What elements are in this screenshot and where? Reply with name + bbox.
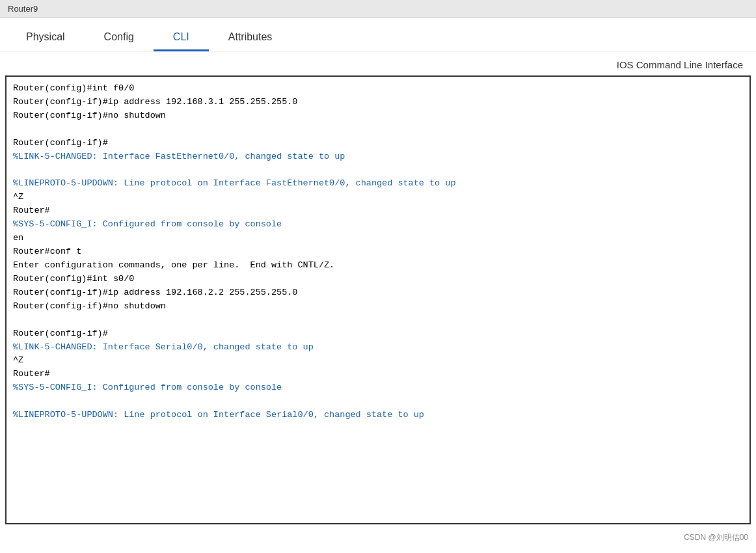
title-bar: Router9 — [0, 0, 756, 18]
cli-line: %SYS-5-CONFIG_I: Configured from console… — [13, 381, 743, 395]
ios-header-label: IOS Command Line Interface — [617, 59, 743, 70]
cli-line: %LINK-5-CHANGED: Interface Serial0/0, ch… — [13, 341, 743, 355]
cli-line: Router(config)#int f0/0 — [13, 82, 743, 96]
cli-line: ^Z — [13, 354, 743, 368]
cli-line: %SYS-5-CONFIG_I: Configured from console… — [13, 218, 743, 232]
cli-line — [13, 395, 743, 409]
cli-line: Router(config-if)#no shutdown — [13, 109, 743, 123]
cli-line — [13, 164, 743, 178]
cli-line: Router# — [13, 204, 743, 218]
ios-command-header: IOS Command Line Interface — [0, 51, 756, 75]
cli-line: ^Z — [13, 191, 743, 204]
watermark: CSDN @刘明佶00 — [0, 530, 756, 546]
tab-attributes[interactable]: Attributes — [209, 25, 292, 51]
window-title: Router9 — [8, 4, 38, 14]
cli-line: Enter configuration commands, one per li… — [13, 259, 743, 273]
cli-line: Router(config-if)#no shutdown — [13, 300, 743, 314]
cli-line: Router#conf t — [13, 245, 743, 259]
cli-line: en — [13, 232, 743, 245]
cli-line — [13, 314, 743, 327]
cli-line: Router# — [13, 368, 743, 381]
cli-terminal[interactable]: Router(config)#int f0/0Router(config-if)… — [5, 75, 751, 524]
main-window: Router9 Physical Config CLI Attributes I… — [0, 0, 756, 553]
tab-config[interactable]: Config — [85, 25, 154, 51]
cli-line: Router(config-if)#ip address 192.168.3.1… — [13, 96, 743, 109]
tab-cli[interactable]: CLI — [154, 25, 209, 51]
tab-bar: Physical Config CLI Attributes — [0, 18, 756, 51]
tab-physical[interactable]: Physical — [7, 25, 85, 51]
cli-line: Router(config)#int s0/0 — [13, 273, 743, 286]
cli-line — [13, 123, 743, 137]
cli-line: %LINEPROTO-5-UPDOWN: Line protocol on In… — [13, 409, 743, 422]
cli-line: Router(config-if)#ip address 192.168.2.2… — [13, 286, 743, 300]
cli-line: Router(config-if)# — [13, 137, 743, 150]
cli-line: Router(config-if)# — [13, 327, 743, 341]
cli-line: %LINEPROTO-5-UPDOWN: Line protocol on In… — [13, 177, 743, 191]
cli-line: %LINK-5-CHANGED: Interface FastEthernet0… — [13, 150, 743, 164]
